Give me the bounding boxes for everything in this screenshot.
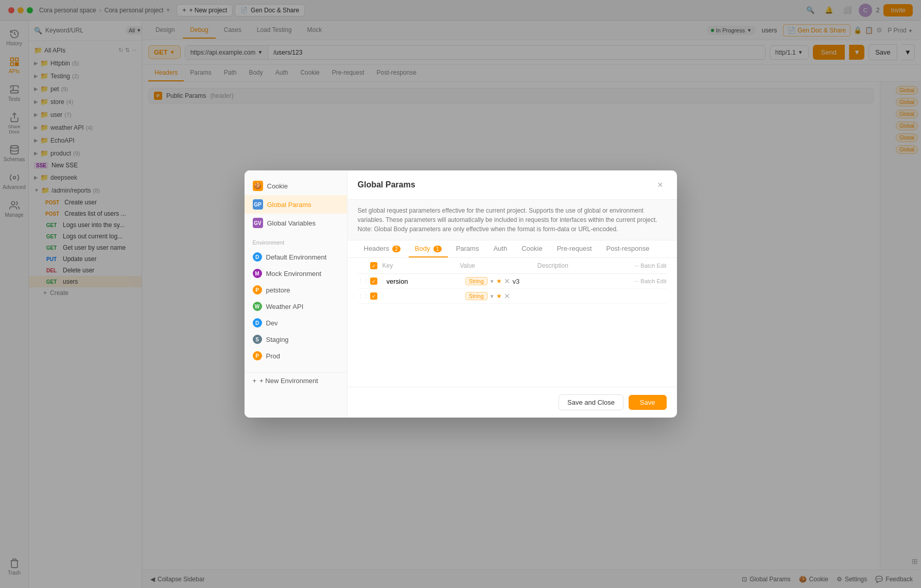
- modal-sidebar: 🍪 Cookie GP Global Params GV Global Vari…: [245, 170, 347, 418]
- modal-close-button[interactable]: ×: [654, 179, 667, 191]
- col-value-header: Value: [460, 262, 537, 269]
- value-input-1[interactable]: v3: [512, 278, 540, 285]
- modal-save-button[interactable]: Save: [629, 395, 667, 410]
- env-section-label: Environment: [245, 236, 347, 249]
- new-environment-button[interactable]: + + New Environment: [245, 372, 347, 389]
- value-cell-2: String ▼ ★ ✕: [465, 292, 540, 300]
- env-mock[interactable]: M Mock Environment: [245, 265, 347, 282]
- global-params-icon: GP: [253, 199, 263, 210]
- row-checkbox-2[interactable]: ✓: [370, 292, 383, 300]
- modal-tab-post-response[interactable]: Post-response: [600, 240, 656, 257]
- col-desc-header: Description: [537, 262, 615, 269]
- modal-footer: Save and Close Save: [347, 387, 677, 418]
- row-actions-1: ··· Batch Edit: [615, 278, 666, 284]
- cookie-icon: 🍪: [253, 181, 263, 191]
- env-default[interactable]: D Default Environment: [245, 249, 347, 265]
- env-prod[interactable]: P Prod: [245, 348, 347, 364]
- env-petstore[interactable]: P petstore: [245, 282, 347, 298]
- value-cell-1: String ▼ ★ ✕ v3: [465, 277, 540, 285]
- modal-tab-body[interactable]: Body 1: [409, 240, 448, 257]
- col-key-header: Key: [383, 262, 460, 269]
- required-star-1: ★: [496, 278, 502, 285]
- env-section: Environment D Default Environment M Mock…: [245, 232, 347, 368]
- global-params-modal: 🍪 Cookie GP Global Params GV Global Vari…: [245, 170, 677, 418]
- required-star-2: ★: [496, 292, 502, 300]
- drag-handle-2[interactable]: ⋮⋮: [358, 293, 370, 300]
- key-cell-2[interactable]: [383, 292, 465, 300]
- key-input-2[interactable]: [387, 292, 461, 300]
- save-and-close-button[interactable]: Save and Close: [559, 394, 623, 410]
- table-row: ⋮⋮ ✓ String ▼ ★ ✕ v3: [358, 274, 667, 289]
- delete-row-1[interactable]: ✕: [504, 277, 510, 285]
- modal-description: Set global request parameters effective …: [347, 200, 677, 240]
- modal-tab-pre-request[interactable]: Pre-request: [551, 240, 598, 257]
- select-all-checkbox[interactable]: ✓: [370, 262, 377, 269]
- type-badge-2[interactable]: String: [465, 292, 488, 300]
- type-badge-1[interactable]: String: [465, 277, 488, 285]
- modal-tab-auth[interactable]: Auth: [487, 240, 513, 257]
- delete-row-2[interactable]: ✕: [504, 292, 510, 300]
- modal-tabs: Headers 2 Body 1 Params Auth Cookie Pre-…: [347, 240, 677, 258]
- key-cell-1[interactable]: [383, 278, 465, 285]
- modal-tab-cookie[interactable]: Cookie: [515, 240, 548, 257]
- env-dev[interactable]: D Dev: [245, 315, 347, 331]
- modal-tab-params[interactable]: Params: [450, 240, 485, 257]
- modal-overlay: 🍪 Cookie GP Global Params GV Global Vari…: [0, 0, 921, 588]
- env-weather[interactable]: W Weather API: [245, 298, 347, 315]
- batch-edit-header[interactable]: ··· Batch Edit: [615, 262, 667, 269]
- global-variables-icon: GV: [253, 218, 263, 228]
- modal-tab-headers[interactable]: Headers 2: [358, 240, 407, 257]
- modal-header: Global Params ×: [347, 170, 677, 200]
- key-input-1[interactable]: [387, 278, 461, 285]
- table-row: ⋮⋮ ✓ String ▼ ★ ✕: [358, 289, 667, 304]
- modal-table: ✓ Key Value Description ··· Batch Edit ⋮…: [347, 258, 677, 387]
- modal-sidebar-global-params[interactable]: GP Global Params: [245, 195, 347, 214]
- modal-content-area: Global Params × Set global request param…: [347, 170, 677, 418]
- modal-title: Global Params: [358, 180, 415, 189]
- drag-handle-1[interactable]: ⋮⋮: [358, 278, 370, 285]
- row-checkbox-1[interactable]: ✓: [370, 278, 383, 285]
- modal-sidebar-global-variables[interactable]: GV Global Variables: [245, 214, 347, 232]
- modal-sidebar-cookie[interactable]: 🍪 Cookie: [245, 177, 347, 195]
- env-staging[interactable]: S Staging: [245, 331, 347, 348]
- row-batch-edit-1[interactable]: ··· Batch Edit: [634, 278, 666, 284]
- table-header-row: ✓ Key Value Description ··· Batch Edit: [358, 258, 667, 274]
